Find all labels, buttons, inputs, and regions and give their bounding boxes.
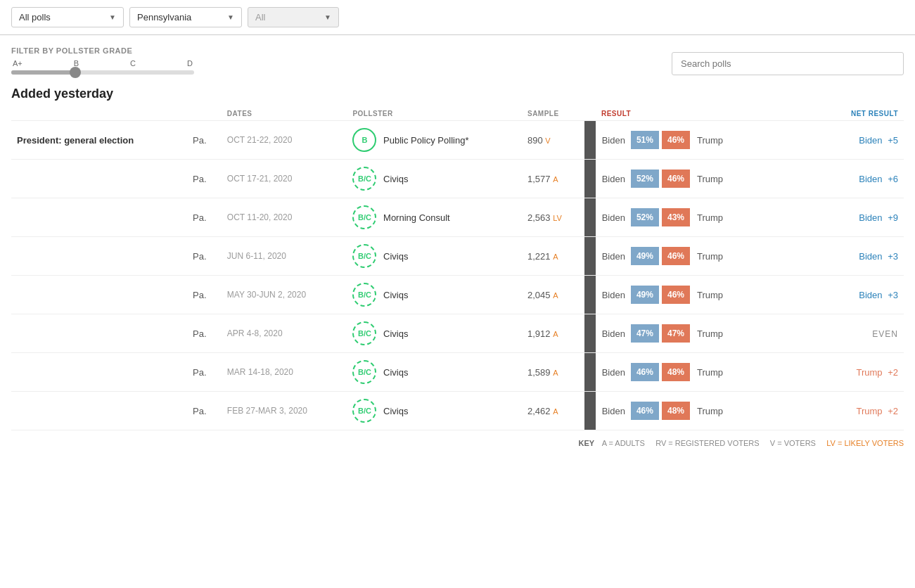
result-cell: Biden 47% 47% Trump: [596, 314, 824, 353]
sample-cell: 2,462 A: [522, 392, 584, 430]
biden-label: Biden: [601, 406, 628, 416]
col-pollster: POLLSTER: [347, 107, 522, 121]
grade-badge: B/C: [352, 399, 376, 423]
state-cell: Pa.: [187, 198, 222, 237]
state-cell: Pa.: [187, 314, 222, 353]
section-title: Added yesterday: [0, 75, 915, 107]
chevron-down-icon: ▼: [324, 13, 331, 21]
col-divider: [584, 107, 596, 121]
biden-bar: 46%: [631, 402, 659, 420]
state-cell: Pa.: [187, 353, 222, 392]
table-row: President: general electionPa.OCT 21-22,…: [11, 121, 904, 160]
net-winner: Biden: [859, 212, 882, 223]
top-bar: All polls ▼ Pennsylvania ▼ All ▼: [0, 0, 915, 35]
result-cell: Biden 51% 46% Trump: [596, 121, 824, 160]
pollster-cell: B/C Civiqs: [347, 160, 522, 198]
search-input[interactable]: [672, 52, 904, 75]
divider-col: [584, 121, 596, 160]
date-cell: JUN 6-11, 2020: [222, 237, 347, 276]
trump-label: Trump: [693, 251, 728, 262]
state-dropdown[interactable]: Pennsylvania ▼: [129, 7, 242, 27]
chevron-down-icon: ▼: [109, 13, 116, 21]
net-winner: Trump: [856, 406, 882, 416]
net-result-cell: Biden +5: [824, 121, 904, 160]
slider-thumb[interactable]: [70, 67, 81, 78]
col-dates: DATES: [222, 107, 347, 121]
divider-col: [584, 314, 596, 353]
sample-type: A: [553, 407, 558, 416]
grade-a-plus: A+: [13, 59, 23, 68]
grade-badge: B/C: [352, 283, 376, 307]
race-cell: [11, 353, 187, 392]
net-result-cell: Trump +2: [824, 353, 904, 392]
sample-type: A: [553, 175, 558, 184]
date-cell: FEB 27-MAR 3, 2020: [222, 392, 347, 430]
grade-badge: B/C: [352, 205, 376, 229]
result-cell: Biden 46% 48% Trump: [596, 353, 824, 392]
polls-table: DATES POLLSTER SAMPLE RESULT NET RESULT …: [11, 107, 904, 430]
trump-bar: 46%: [662, 286, 690, 304]
date-cell: OCT 21-22, 2020: [222, 121, 347, 160]
grade-d: D: [187, 59, 193, 68]
result-cell: Biden 46% 48% Trump: [596, 392, 824, 430]
net-winner: Biden: [859, 174, 882, 184]
date-cell: OCT 17-21, 2020: [222, 160, 347, 198]
divider-col: [584, 198, 596, 237]
trump-label: Trump: [693, 212, 728, 223]
race-cell: President: general election: [11, 121, 187, 160]
pollster-name: Public Policy Polling*: [383, 135, 468, 146]
pollster-cell: B/C Civiqs: [347, 237, 522, 276]
all-dropdown[interactable]: All ▼: [248, 7, 339, 27]
biden-label: Biden: [601, 328, 628, 339]
date-cell: MAY 30-JUN 2, 2020: [222, 276, 347, 314]
result-cell: Biden 52% 43% Trump: [596, 198, 824, 237]
slider-track[interactable]: [11, 70, 194, 75]
net-value: +9: [888, 212, 898, 223]
grade-badge: B/C: [352, 244, 376, 268]
sample-type: V: [545, 136, 550, 145]
trump-bar: 48%: [662, 402, 690, 420]
poll-type-label: All polls: [19, 12, 51, 23]
table-row: Pa.APR 4-8, 2020 B/C Civiqs 1,912 A Bide…: [11, 314, 904, 353]
state-cell: Pa.: [187, 237, 222, 276]
poll-type-dropdown[interactable]: All polls ▼: [11, 7, 124, 27]
net-result-cell: Biden +6: [824, 160, 904, 198]
biden-label: Biden: [601, 135, 628, 146]
net-winner: Biden: [859, 290, 882, 300]
slider-container: A+ B C D: [11, 59, 194, 75]
col-state: [187, 107, 222, 121]
result-cell: Biden 49% 46% Trump: [596, 237, 824, 276]
sample-type: A: [553, 291, 558, 300]
table-row: Pa.MAR 14-18, 2020 B/C Civiqs 1,589 A Bi…: [11, 353, 904, 392]
pollster-cell: B Public Policy Polling*: [347, 121, 522, 160]
col-result: RESULT: [596, 107, 824, 121]
all-label: All: [255, 12, 265, 23]
pollster-name: Civiqs: [383, 251, 408, 262]
table-row: Pa.MAY 30-JUN 2, 2020 B/C Civiqs 2,045 A…: [11, 276, 904, 314]
net-result-cell: Biden +3: [824, 237, 904, 276]
divider-col: [584, 160, 596, 198]
net-value: +2: [888, 406, 898, 416]
table-row: Pa.OCT 17-21, 2020 B/C Civiqs 1,577 A Bi…: [11, 160, 904, 198]
net-winner: Trump: [856, 367, 882, 378]
sample-cell: 1,589 A: [522, 353, 584, 392]
biden-label: Biden: [601, 251, 628, 262]
divider-col: [584, 392, 596, 430]
biden-bar: 46%: [631, 363, 659, 381]
race-cell: [11, 314, 187, 353]
net-winner: Biden: [859, 135, 882, 146]
biden-label: Biden: [601, 212, 628, 223]
pollster-name: Civiqs: [383, 174, 408, 184]
state-cell: Pa.: [187, 160, 222, 198]
net-result-cell: Trump +2: [824, 392, 904, 430]
chevron-down-icon: ▼: [227, 13, 234, 21]
pollster-cell: B/C Civiqs: [347, 276, 522, 314]
sample-type: A: [553, 369, 558, 377]
search-container: [672, 46, 904, 75]
trump-label: Trump: [693, 406, 728, 416]
pollster-cell: B/C Morning Consult: [347, 198, 522, 237]
biden-label: Biden: [601, 174, 628, 184]
pollster-cell: B/C Civiqs: [347, 353, 522, 392]
filter-left: FILTER BY POLLSTER GRADE A+ B C D: [11, 46, 194, 75]
col-net: NET RESULT: [824, 107, 904, 121]
